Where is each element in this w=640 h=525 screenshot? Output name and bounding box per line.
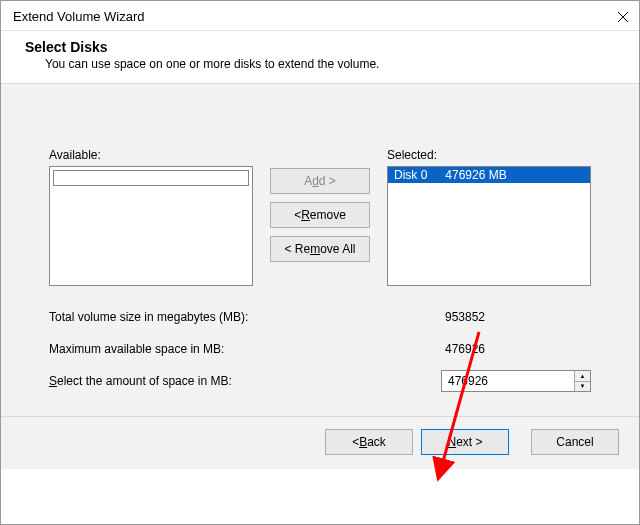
selected-disk-size: 476926 MB [445,168,506,182]
max-space-value [441,338,591,360]
page-heading: Select Disks [25,39,623,55]
available-label: Available: [49,148,253,162]
remove-all-button[interactable]: < Remove All [270,236,370,262]
amount-spinner[interactable]: ▲ ▼ [441,370,591,392]
available-listbox[interactable] [49,166,253,286]
cancel-button[interactable]: Cancel [531,429,619,455]
wizard-header: Select Disks You can use space on one or… [1,31,639,84]
total-size-value [441,306,591,328]
page-subheading: You can use space on one or more disks t… [25,57,623,71]
remove-button[interactable]: < Remove [270,202,370,228]
window-title: Extend Volume Wizard [13,9,145,24]
next-button[interactable]: Next > [421,429,509,455]
wizard-footer: < Back Next > Cancel [1,417,639,469]
selected-listbox[interactable]: Disk 0 476926 MB [387,166,591,286]
add-button: Add > [270,168,370,194]
spin-up-icon[interactable]: ▲ [575,371,590,382]
wizard-body: Available: Add > < Remove < Remove All S… [1,84,639,417]
selected-disk-name: Disk 0 [394,168,427,182]
list-item[interactable]: Disk 0 476926 MB [388,167,590,183]
total-size-label: Total volume size in megabytes (MB): [49,310,441,324]
max-space-label: Maximum available space in MB: [49,342,441,356]
spin-down-icon[interactable]: ▼ [575,382,590,392]
close-icon[interactable] [615,9,631,25]
select-amount-label: Select the amount of space in MB: [49,374,441,388]
available-selection-indicator [53,170,249,186]
amount-input[interactable] [442,371,574,391]
back-button[interactable]: < Back [325,429,413,455]
selected-label: Selected: [387,148,591,162]
